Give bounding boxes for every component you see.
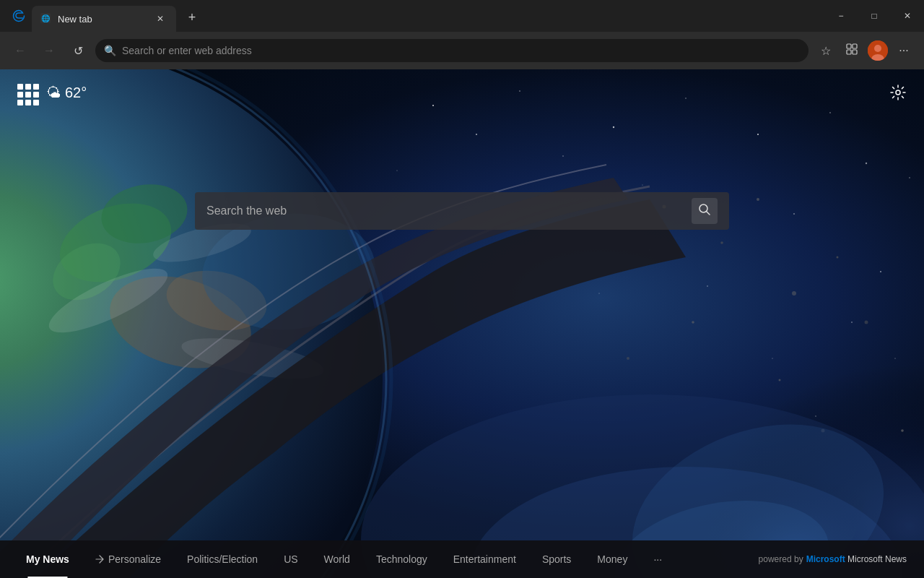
world-label: World — [324, 553, 350, 565]
tab-entertainment[interactable]: Entertainment — [442, 540, 528, 578]
apps-dot-5 — [25, 92, 31, 98]
svg-rect-3 — [853, 44, 857, 48]
star-icon: ☆ — [821, 44, 831, 58]
svg-point-28 — [396, 170, 397, 171]
technology-label: Technology — [376, 553, 427, 565]
tab-us[interactable]: US — [272, 540, 309, 578]
apps-dot-4 — [17, 92, 23, 98]
svg-point-24 — [909, 177, 910, 178]
tab-world[interactable]: World — [313, 540, 362, 578]
tab-personalize[interactable]: Personalize — [84, 540, 173, 578]
weather-widget[interactable]: 🌤 62° — [46, 85, 87, 101]
tab-sports[interactable]: Sports — [531, 540, 583, 578]
tab-technology[interactable]: Technology — [365, 540, 439, 578]
title-bar: 🌐 New tab ✕ + − □ ✕ — [0, 0, 924, 32]
weather-icon: 🌤 — [46, 85, 61, 101]
svg-point-39 — [865, 321, 868, 324]
toolbar-right: ☆ ··· — [814, 39, 915, 62]
svg-point-40 — [692, 321, 694, 324]
svg-point-36 — [792, 291, 796, 296]
search-icon — [698, 203, 711, 219]
svg-rect-2 — [847, 44, 851, 48]
svg-point-7 — [874, 45, 881, 52]
svg-point-22 — [851, 322, 853, 323]
maximize-button[interactable]: □ — [858, 0, 891, 32]
svg-rect-5 — [853, 50, 857, 54]
tab-area: 🌐 New tab ✕ + — [32, 0, 205, 32]
tab-politics[interactable]: Politics/Election — [175, 540, 269, 578]
personalize-label: Personalize — [108, 553, 161, 565]
svg-point-41 — [627, 357, 629, 360]
apps-grid-button[interactable] — [14, 81, 38, 104]
svg-point-30 — [772, 358, 772, 358]
svg-point-15 — [613, 126, 614, 128]
more-tabs-label: ··· — [653, 553, 662, 565]
forward-button[interactable]: → — [38, 39, 61, 62]
svg-point-37 — [837, 256, 839, 259]
tab-my-news[interactable]: My News — [14, 540, 81, 578]
tab-more[interactable]: ··· — [642, 540, 674, 578]
svg-point-19 — [866, 163, 867, 164]
news-brand-text: Microsoft News — [847, 554, 907, 564]
top-overlay: 🌤 62° — [0, 69, 924, 116]
new-tab-button[interactable]: + — [179, 4, 205, 30]
my-news-label: My News — [26, 553, 69, 565]
svg-point-44 — [901, 429, 904, 432]
svg-point-42 — [779, 379, 781, 381]
top-left-controls: 🌤 62° — [14, 81, 87, 104]
address-bar: ← → ↺ 🔍 ☆ — [0, 32, 924, 69]
refresh-button[interactable]: ↺ — [66, 39, 90, 62]
svg-point-61 — [896, 90, 900, 95]
apps-dot-7 — [17, 100, 23, 105]
forward-icon: → — [43, 44, 55, 57]
active-tab[interactable]: 🌐 New tab ✕ — [32, 6, 176, 32]
main-content: 🌤 62° — [0, 69, 924, 578]
back-icon: ← — [14, 44, 26, 57]
search-bar — [195, 192, 729, 230]
address-input[interactable] — [122, 45, 800, 56]
profile-button[interactable] — [866, 39, 889, 62]
weather-temperature: 62° — [65, 85, 87, 101]
news-bar: My News Personalize Politics/Election US… — [0, 540, 924, 578]
sports-label: Sports — [542, 553, 571, 565]
svg-point-29 — [815, 415, 816, 417]
svg-point-27 — [476, 134, 477, 135]
apps-dot-6 — [33, 92, 39, 98]
address-bar-input-wrap[interactable]: 🔍 — [95, 39, 808, 62]
svg-text:🌐: 🌐 — [41, 14, 51, 23]
minimize-button[interactable]: − — [824, 0, 858, 32]
back-button[interactable]: ← — [9, 39, 32, 62]
more-icon: ··· — [899, 44, 908, 57]
avatar — [868, 40, 888, 61]
svg-point-31 — [707, 285, 707, 286]
tab-close-button[interactable]: ✕ — [153, 12, 167, 26]
svg-point-38 — [757, 198, 759, 201]
svg-rect-4 — [847, 50, 851, 54]
title-bar-left — [0, 3, 32, 29]
tab-label: New tab — [58, 14, 147, 25]
news-tabs: My News Personalize Politics/Election US… — [0, 540, 759, 578]
us-label: US — [284, 553, 297, 565]
favorites-button[interactable]: ☆ — [814, 39, 837, 62]
background-scene — [0, 69, 924, 578]
window-controls: − □ ✕ — [824, 0, 924, 32]
tab-money[interactable]: Money — [585, 540, 639, 578]
svg-point-23 — [895, 358, 896, 359]
svg-point-25 — [562, 155, 563, 156]
svg-point-17 — [757, 134, 759, 135]
apps-dot-1 — [17, 84, 23, 90]
collections-button[interactable] — [840, 39, 863, 62]
search-button[interactable] — [692, 198, 718, 224]
close-button[interactable]: ✕ — [891, 0, 924, 32]
svg-point-26 — [642, 185, 643, 186]
svg-point-21 — [880, 271, 881, 272]
address-search-icon: 🔍 — [104, 45, 116, 56]
apps-dot-2 — [25, 84, 31, 90]
search-input[interactable] — [206, 204, 683, 217]
svg-point-35 — [720, 241, 723, 244]
collections-icon — [845, 43, 858, 59]
more-button[interactable]: ··· — [892, 39, 915, 62]
settings-button[interactable] — [886, 81, 910, 104]
refresh-icon: ↺ — [74, 44, 83, 58]
tab-favicon: 🌐 — [40, 13, 52, 25]
